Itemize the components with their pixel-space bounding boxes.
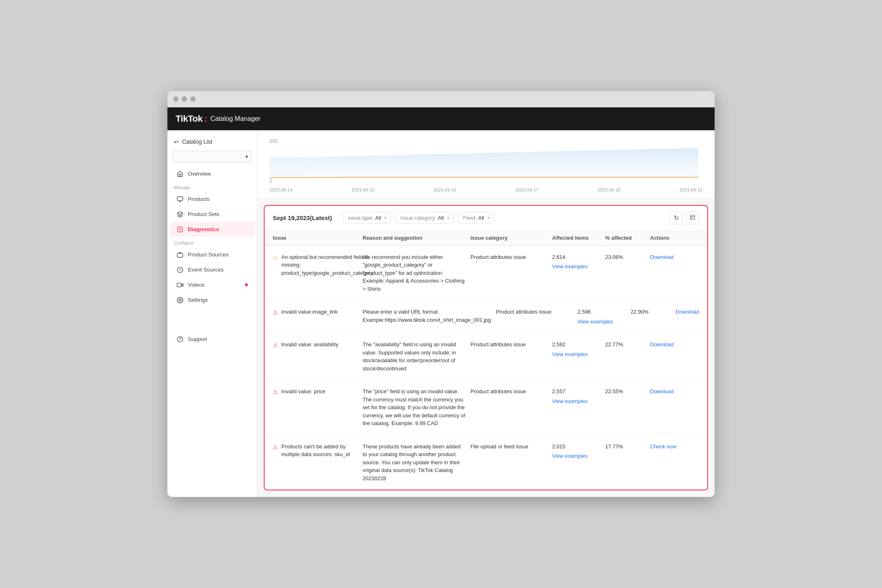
svg-marker-12	[270, 148, 698, 178]
app-header: TikTok : Catalog Manager	[167, 107, 715, 130]
event-sources-icon	[176, 266, 184, 274]
filter-issue-category[interactable]: Issue category: All ▾	[396, 212, 454, 223]
diagnostics-icon	[176, 226, 184, 233]
warning-red-icon-4: ⚠	[273, 388, 278, 396]
refresh-button[interactable]: ↻	[670, 212, 683, 225]
category-cell-3: Product attributes issue	[470, 341, 552, 349]
sidebar-item-settings-label: Settings	[188, 297, 248, 303]
download-link-1[interactable]: Download	[650, 254, 674, 260]
chart-y-0: 0	[270, 178, 702, 184]
app-subtitle: Catalog Manager	[210, 115, 261, 122]
filter-feed[interactable]: Feed: All ▾	[459, 212, 494, 223]
issue-cell-1: ⚠ An optional but recommended field is m…	[273, 253, 363, 277]
action-cell-2: Download	[675, 308, 708, 316]
chevron-feed-icon: ▾	[488, 216, 490, 220]
issue-cell-2: ⚠ Invalid value:image_link	[273, 308, 363, 317]
sidebar-item-videos[interactable]: Videos	[170, 278, 254, 292]
category-cell-5: File upload or feed issue	[470, 443, 552, 451]
reason-cell-2: Please enter a valid URL format. Example…	[363, 308, 496, 324]
check-now-link-5[interactable]: Check now	[650, 443, 676, 450]
affected-count-1: 2,614	[552, 253, 566, 261]
chart-x-label-1: 2023-09-14	[270, 187, 292, 192]
svg-rect-0	[177, 197, 183, 200]
issue-cell-3: ⚠ Invalid value: availability	[273, 341, 363, 350]
app-logo: TikTok : Catalog Manager	[176, 114, 261, 124]
action-cell-1: Download	[650, 253, 699, 261]
svg-marker-1	[177, 212, 183, 214]
sidebar-item-products[interactable]: Products	[170, 192, 254, 207]
affected-count-5: 2,015	[552, 443, 566, 451]
sidebar-item-diagnostics[interactable]: Diagnostics	[170, 222, 254, 237]
warning-red-icon-3: ⚠	[273, 341, 278, 350]
view-examples-link-2[interactable]: View examples	[577, 318, 613, 326]
sidebar-item-event-sources[interactable]: Event Sources	[170, 263, 254, 277]
th-category: Issue category	[470, 235, 552, 241]
sidebar-item-product-sources[interactable]: Product Sources	[170, 247, 254, 262]
issue-text-5: Products can't be added by multiple data…	[281, 443, 358, 459]
issue-text-4: Invalid value: price	[281, 388, 325, 396]
videos-badge	[245, 283, 248, 286]
sidebar-item-product-sources-label: Product Sources	[188, 252, 248, 258]
home-icon	[176, 170, 184, 178]
reason-cell-5: These products have already been added t…	[363, 443, 470, 483]
th-reason: Reason and suggestion	[363, 235, 470, 241]
th-actions: Actions	[650, 235, 699, 241]
sidebar-item-overview[interactable]: Overview	[170, 167, 254, 181]
pct-cell-4: 22.55%	[605, 388, 650, 396]
affected-cell-2: 2,596 View examples	[577, 308, 630, 325]
titlebar	[167, 91, 715, 107]
chevron-issue-type-icon: ▾	[384, 216, 386, 220]
reason-cell-4: The "price" field is using an invalid va…	[363, 388, 470, 428]
filter-issue-category-value: All	[438, 215, 444, 221]
view-examples-link-4[interactable]: View examples	[552, 397, 588, 405]
view-examples-link-5[interactable]: View examples	[552, 452, 588, 460]
filter-issue-type-label: Issue type:	[348, 215, 374, 221]
table-row: ⚠ An optional but recommended field is m…	[265, 246, 707, 301]
view-examples-link-3[interactable]: View examples	[552, 350, 588, 359]
catalog-select[interactable]: ▾	[172, 151, 252, 163]
affected-count-2: 2,596	[577, 308, 591, 316]
tiktok-logo: TikTok	[176, 114, 203, 124]
catalog-list-label: Catalog List	[182, 138, 212, 145]
svg-rect-5	[177, 253, 183, 257]
traffic-light-minimize[interactable]	[182, 96, 187, 102]
sidebar-item-support[interactable]: Support	[170, 332, 254, 347]
warning-red-icon-2: ⚠	[273, 308, 278, 317]
download-link-2[interactable]: Download	[675, 309, 699, 315]
chart-y-500: 500	[270, 138, 702, 144]
th-issue: Issue	[273, 235, 363, 241]
sidebar-item-settings[interactable]: Settings	[170, 293, 254, 307]
app-window: TikTok : Catalog Manager ↩ Catalog List …	[167, 91, 715, 497]
table-row: ⚠ Invalid value: availability The "avail…	[265, 333, 707, 380]
reason-cell-3: The "availability" field is using an inv…	[363, 341, 470, 372]
issues-table: Issue Reason and suggestion Issue catego…	[265, 231, 707, 490]
traffic-light-close[interactable]	[173, 96, 178, 102]
main-content: 500 0	[257, 130, 715, 497]
affected-count-4: 2,557	[552, 388, 566, 396]
svg-rect-8	[177, 283, 181, 287]
action-cell-3: Download	[650, 341, 699, 349]
export-button[interactable]	[686, 212, 699, 225]
products-icon	[176, 196, 184, 203]
chevron-down-icon: ▾	[245, 154, 248, 160]
download-link-4[interactable]: Download	[650, 388, 674, 394]
filter-issue-type[interactable]: Issue type: All ▾	[343, 212, 391, 223]
back-icon: ↩	[174, 138, 179, 145]
view-examples-link-1[interactable]: View examples	[552, 263, 588, 271]
traffic-light-maximize[interactable]	[190, 96, 196, 102]
category-cell-2: Product attributes issue	[496, 308, 577, 316]
th-affected: Affected items	[552, 235, 605, 241]
category-cell-1: Product attributes issue	[470, 253, 552, 261]
chart-svg	[270, 146, 702, 178]
table-header: Issue Reason and suggestion Issue catego…	[265, 231, 707, 246]
affected-cell-1: 2,614 View examples	[552, 253, 605, 271]
table-row: ⚠ Products can't be added by multiple da…	[265, 435, 707, 490]
affected-cell-3: 2,582 View examples	[552, 341, 605, 358]
sidebar-item-product-sets[interactable]: Product Sets	[170, 207, 254, 222]
filter-issue-type-value: All	[375, 215, 381, 221]
sidebar-catalog-back[interactable]: ↩ Catalog List	[167, 134, 257, 149]
category-cell-4: Product attributes issue	[470, 388, 552, 396]
download-link-3[interactable]: Download	[650, 341, 674, 347]
issue-cell-5: ⚠ Products can't be added by multiple da…	[273, 443, 363, 459]
sidebar-section-configure: Configure	[167, 237, 257, 247]
